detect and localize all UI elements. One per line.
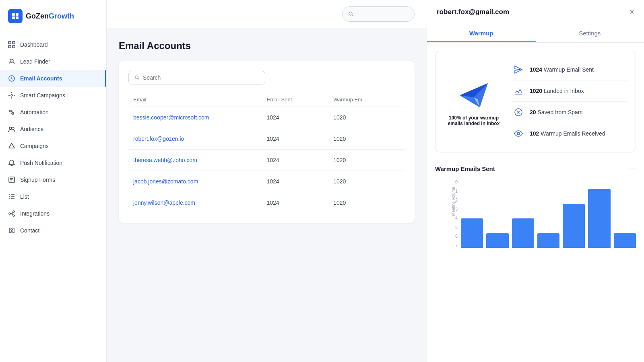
sidebar-item-lead-finder[interactable]: Lead Finder	[0, 53, 106, 70]
search-bar[interactable]	[128, 71, 265, 84]
logo: GoZenGrowth	[0, 0, 106, 32]
bar	[461, 218, 483, 248]
chart-more-button[interactable]: ···	[630, 165, 636, 173]
audience-icon	[8, 125, 15, 133]
svg-point-16	[13, 215, 14, 216]
sidebar-label-audience: Audience	[20, 126, 43, 132]
table-row[interactable]: theresa.webb@zoho.com 1024 1020	[128, 149, 405, 171]
y-label: 4	[455, 216, 458, 220]
automation-icon	[8, 109, 15, 116]
bars-container	[461, 179, 636, 248]
sent-cell: 1024	[267, 157, 334, 163]
table-row[interactable]: jenny.wilson@apple.com 1024 1020	[128, 192, 405, 213]
col-email: Email	[133, 97, 267, 103]
stat-icon-spam	[512, 106, 525, 119]
warmup-illustration	[456, 77, 492, 113]
sidebar-item-push-notification[interactable]: Push Notification	[0, 154, 106, 171]
stat-text-spam: 20 Saved from Spam	[530, 109, 583, 115]
logo-text-growth: Growth	[49, 12, 74, 20]
email-accounts-icon	[8, 75, 15, 82]
sidebar-label-email-accounts: Email Accounts	[20, 75, 62, 82]
smart-campaigns-icon	[8, 92, 15, 99]
warmup-cell: 1020	[333, 200, 400, 206]
svg-rect-5	[12, 41, 15, 44]
y-label: 0	[455, 179, 458, 184]
warmup-cell: 1020	[333, 136, 400, 142]
warmup-stats: 1024 Warmup Email Sent 1020 Landed in In…	[512, 59, 627, 144]
stat-icon-inbox	[512, 84, 525, 97]
tab-warmup[interactable]: Warmup	[427, 24, 536, 42]
bar	[512, 218, 534, 248]
bar-col	[461, 179, 483, 248]
page-title: Email Accounts	[119, 40, 415, 51]
svg-rect-3	[16, 16, 19, 19]
svg-point-11	[9, 127, 12, 130]
chart-header: Warmup Emails Sent ···	[435, 165, 636, 173]
table-row[interactable]: jacob.jones@zomato.com 1024 1020	[128, 171, 405, 192]
stat-item-received: 102 Warmup Emails Received	[512, 123, 627, 144]
sidebar-item-dashboard[interactable]: Dashboard	[0, 36, 106, 53]
email-cell: bessie.cooper@microsoft.com	[133, 114, 267, 121]
svg-rect-1	[16, 13, 19, 16]
sidebar-item-smart-campaigns[interactable]: Smart Campaigns	[0, 87, 106, 104]
svg-point-14	[9, 213, 10, 214]
sidebar-item-campaigns[interactable]: Campaigns	[0, 138, 106, 154]
sidebar-item-contact[interactable]: Contact	[0, 222, 106, 239]
search-icon	[134, 75, 140, 80]
table-body: bessie.cooper@microsoft.com 1024 1020 ro…	[128, 107, 405, 213]
svg-rect-6	[8, 45, 11, 48]
warmup-summary-card: 100% of your warmup emails landed in inb…	[435, 51, 636, 152]
chart-area: 76543210	[455, 179, 636, 248]
dashboard-icon	[8, 41, 15, 48]
sidebar-label-list: List	[20, 193, 29, 200]
email-cell: jacob.jones@zomato.com	[133, 178, 267, 185]
sidebar-item-audience[interactable]: Audience	[0, 121, 106, 138]
y-label: 5	[455, 225, 458, 230]
svg-point-15	[13, 211, 14, 212]
right-panel: robert.fox@gmail.com × Warmup Settings	[427, 0, 644, 362]
sidebar-item-signup-forms[interactable]: Signup Forms	[0, 171, 106, 188]
warmup-message: 100% of your warmup emails landed in inb…	[444, 115, 504, 126]
sidebar-label-campaigns: Campaigns	[20, 143, 49, 149]
sent-cell: 1024	[267, 114, 334, 121]
table-row[interactable]: bessie.cooper@microsoft.com 1024 1020	[128, 107, 405, 128]
close-panel-button[interactable]: ×	[630, 7, 634, 16]
top-bar	[107, 0, 427, 28]
top-search[interactable]	[342, 6, 415, 22]
email-cell: theresa.webb@zoho.com	[133, 157, 267, 163]
bar	[588, 189, 610, 248]
bar-col	[512, 179, 534, 248]
search-input[interactable]	[143, 74, 259, 81]
lead-finder-icon	[8, 58, 15, 65]
sidebar-item-integrations[interactable]: Integrations	[0, 205, 106, 222]
sidebar-label-dashboard: Dashboard	[20, 41, 48, 48]
stat-item-sent: 1024 Warmup Email Sent	[512, 59, 627, 80]
svg-rect-7	[12, 45, 15, 48]
sidebar-label-smart-campaigns: Smart Campaigns	[20, 92, 65, 99]
chart-title: Warmup Emails Sent	[435, 165, 495, 172]
sidebar-item-automation[interactable]: Automation	[0, 104, 106, 121]
sidebar-item-list[interactable]: List	[0, 188, 106, 205]
panel-email: robert.fox@gmail.com	[437, 8, 509, 16]
table-row[interactable]: robert.fox@gozen.io 1024 1020	[128, 128, 405, 149]
svg-rect-4	[8, 41, 11, 44]
warmup-cell: 1020	[333, 178, 400, 185]
bar	[486, 233, 508, 248]
svg-point-24	[517, 132, 520, 135]
chart-section: Warmup Emails Sent ··· Meeting Volume 76…	[435, 160, 636, 252]
tab-settings[interactable]: Settings	[536, 24, 644, 42]
panel-body: 100% of your warmup emails landed in inb…	[427, 43, 644, 362]
bar-col	[614, 179, 636, 248]
push-notification-icon	[8, 159, 15, 167]
sent-cell: 1024	[267, 178, 334, 185]
sidebar-label-lead-finder: Lead Finder	[20, 58, 50, 65]
page-area: Email Accounts Email Email Sent Warmup E…	[107, 28, 427, 362]
chart-container: Meeting Volume 76543210	[435, 179, 636, 248]
sidebar-item-email-accounts[interactable]: Email Accounts	[0, 70, 106, 87]
stat-icon-sent	[512, 63, 525, 76]
col-warmup-emails: Warmup Em...	[333, 97, 400, 103]
panel-tabs: Warmup Settings	[427, 24, 644, 43]
stat-text-sent: 1024 Warmup Email Sent	[530, 66, 594, 73]
logo-icon	[8, 9, 23, 23]
y-label: 6	[455, 234, 458, 239]
